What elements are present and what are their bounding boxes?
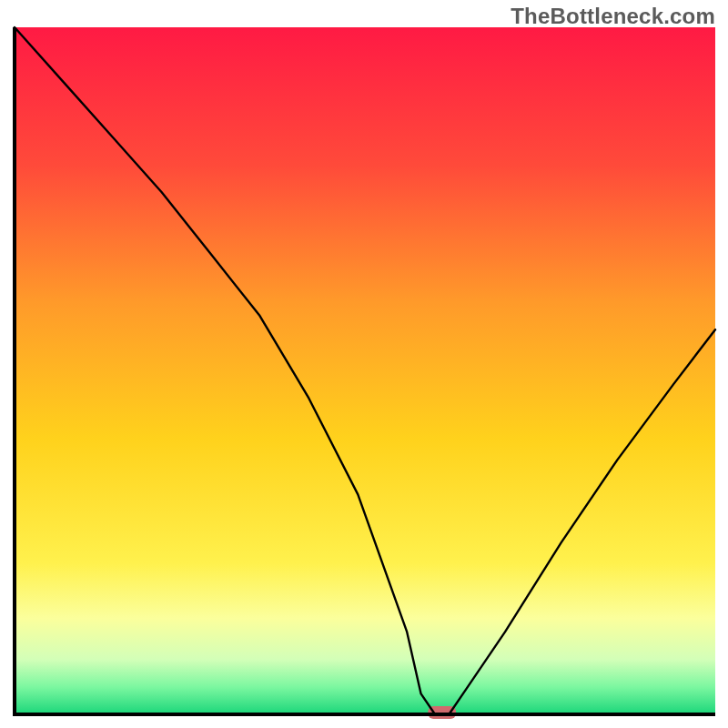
chart-container: TheBottleneck.com xyxy=(0,0,728,728)
plot-area xyxy=(15,27,715,719)
gradient-background xyxy=(15,27,715,714)
bottleneck-chart xyxy=(0,0,728,728)
